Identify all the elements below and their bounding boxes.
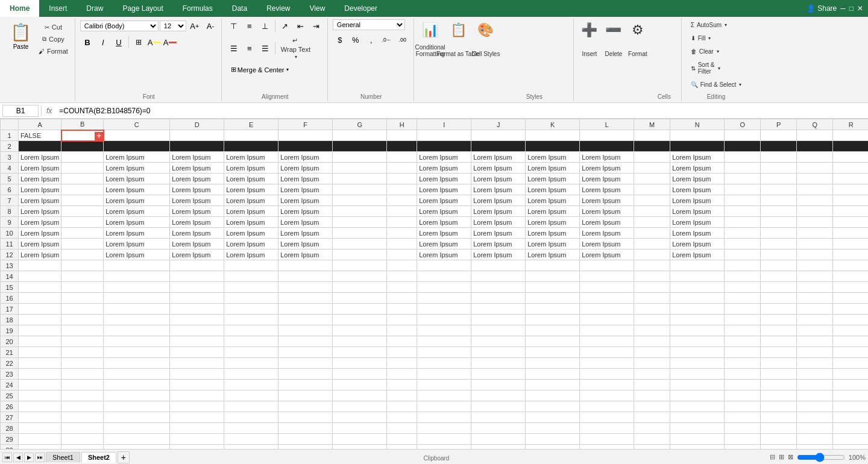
cell-Q16[interactable] — [797, 293, 833, 304]
cell-O27[interactable] — [725, 412, 761, 423]
cell-F16[interactable] — [278, 293, 333, 304]
cell-B11[interactable] — [61, 239, 104, 249]
cell-F28[interactable] — [278, 423, 333, 434]
cell-D29[interactable] — [170, 434, 224, 445]
tab-review[interactable]: Review — [257, 0, 300, 17]
cell-N30[interactable] — [670, 445, 725, 450]
cell-G25[interactable] — [333, 390, 387, 401]
cell-M19[interactable] — [634, 325, 670, 336]
cell-F13[interactable] — [278, 260, 333, 271]
cell-C20[interactable] — [104, 336, 170, 347]
cell-B15[interactable] — [61, 282, 104, 293]
cell-H2[interactable] — [387, 141, 417, 152]
cell-H4[interactable] — [387, 163, 417, 174]
tab-page-layout[interactable]: Page Layout — [113, 0, 172, 17]
cell-H12[interactable] — [387, 249, 417, 260]
decrease-font-size-button[interactable]: A- — [203, 19, 218, 33]
cell-R11[interactable] — [833, 239, 868, 249]
cell-J30[interactable] — [471, 445, 526, 450]
cell-I11[interactable]: Lorem Ipsum — [417, 239, 471, 249]
cell-G24[interactable] — [333, 380, 387, 390]
cell-G16[interactable] — [333, 293, 387, 304]
cell-G12[interactable] — [333, 249, 387, 260]
cell-N27[interactable] — [670, 412, 725, 423]
cell-G15[interactable] — [333, 282, 387, 293]
col-header-I[interactable]: I — [417, 119, 471, 130]
cell-M14[interactable] — [634, 271, 670, 282]
cell-D24[interactable] — [170, 380, 224, 390]
increase-decimal-button[interactable]: .00 — [395, 33, 410, 46]
cell-Q4[interactable] — [797, 163, 833, 174]
cell-K16[interactable] — [526, 293, 580, 304]
cell-C12[interactable]: Lorem Ipsum — [104, 249, 170, 260]
cell-C18[interactable] — [104, 315, 170, 325]
cell-A14[interactable] — [19, 271, 61, 282]
cell-A7[interactable]: Lorem Ipsum — [19, 195, 61, 206]
cell-F7[interactable]: Lorem Ipsum — [278, 195, 333, 206]
cell-O16[interactable] — [725, 293, 761, 304]
cell-G28[interactable] — [333, 423, 387, 434]
cell-I29[interactable] — [417, 434, 471, 445]
cell-I28[interactable] — [417, 423, 471, 434]
cell-I5[interactable]: Lorem Ipsum — [417, 174, 471, 184]
formula-input[interactable] — [57, 107, 866, 115]
cell-R8[interactable] — [833, 206, 868, 217]
row-header-21[interactable]: 21 — [1, 347, 19, 358]
row-header-2[interactable]: 2 — [1, 141, 19, 152]
cell-D1[interactable] — [170, 130, 224, 141]
cell-A15[interactable] — [19, 282, 61, 293]
cell-Q28[interactable] — [797, 423, 833, 434]
cell-Q24[interactable] — [797, 380, 833, 390]
cell-K28[interactable] — [526, 423, 580, 434]
cell-L30[interactable] — [580, 445, 634, 450]
cell-K13[interactable] — [526, 260, 580, 271]
cell-F30[interactable] — [278, 445, 333, 450]
cell-A18[interactable] — [19, 315, 61, 325]
cell-R16[interactable] — [833, 293, 868, 304]
cell-P8[interactable] — [761, 206, 797, 217]
cell-E7[interactable]: Lorem Ipsum — [224, 195, 278, 206]
cell-L15[interactable] — [580, 282, 634, 293]
cell-C25[interactable] — [104, 390, 170, 401]
cell-K23[interactable] — [526, 369, 580, 380]
cell-C2[interactable] — [104, 141, 170, 152]
indent-increase-button[interactable]: ⇥ — [309, 19, 324, 33]
cell-A6[interactable]: Lorem Ipsum — [19, 184, 61, 195]
cell-K9[interactable]: Lorem Ipsum — [526, 217, 580, 228]
cell-G4[interactable] — [333, 163, 387, 174]
cell-F18[interactable] — [278, 315, 333, 325]
find-select-button[interactable]: 🔍 Find & Select ▾ — [687, 79, 746, 90]
cell-M18[interactable] — [634, 315, 670, 325]
cell-F3[interactable]: Lorem Ipsum — [278, 152, 333, 163]
tab-developer[interactable]: Developer — [335, 0, 387, 17]
row-header-12[interactable]: 12 — [1, 249, 19, 260]
bold-button[interactable]: B — [80, 36, 95, 49]
cell-F29[interactable] — [278, 434, 333, 445]
cell-G8[interactable] — [333, 206, 387, 217]
cell-M6[interactable] — [634, 184, 670, 195]
cell-P20[interactable] — [761, 336, 797, 347]
cell-I24[interactable] — [417, 380, 471, 390]
cell-O8[interactable] — [725, 206, 761, 217]
cell-G19[interactable] — [333, 325, 387, 336]
sheet-table-wrapper[interactable]: ABCDEFGHIJKLMNOPQRSTU1FALSE✛23Lorem Ipsu… — [0, 119, 868, 449]
cell-C16[interactable] — [104, 293, 170, 304]
row-header-3[interactable]: 3 — [1, 152, 19, 163]
cell-R29[interactable] — [833, 434, 868, 445]
align-bottom-button[interactable]: ⊥ — [258, 19, 272, 33]
cell-H30[interactable] — [387, 445, 417, 450]
cell-E6[interactable]: Lorem Ipsum — [224, 184, 278, 195]
cell-R28[interactable] — [833, 423, 868, 434]
cell-G29[interactable] — [333, 434, 387, 445]
merge-center-button[interactable]: ⊞ Merge & Center ▾ — [227, 64, 293, 75]
font-color-button[interactable]: A — [163, 36, 177, 49]
cell-P15[interactable] — [761, 282, 797, 293]
cell-G23[interactable] — [333, 369, 387, 380]
cell-E8[interactable]: Lorem Ipsum — [224, 206, 278, 217]
cell-A1[interactable]: FALSE — [19, 130, 61, 141]
cell-F9[interactable]: Lorem Ipsum — [278, 217, 333, 228]
col-header-A[interactable]: A — [19, 119, 61, 130]
cell-A28[interactable] — [19, 423, 61, 434]
cell-O10[interactable] — [725, 228, 761, 239]
cell-C29[interactable] — [104, 434, 170, 445]
